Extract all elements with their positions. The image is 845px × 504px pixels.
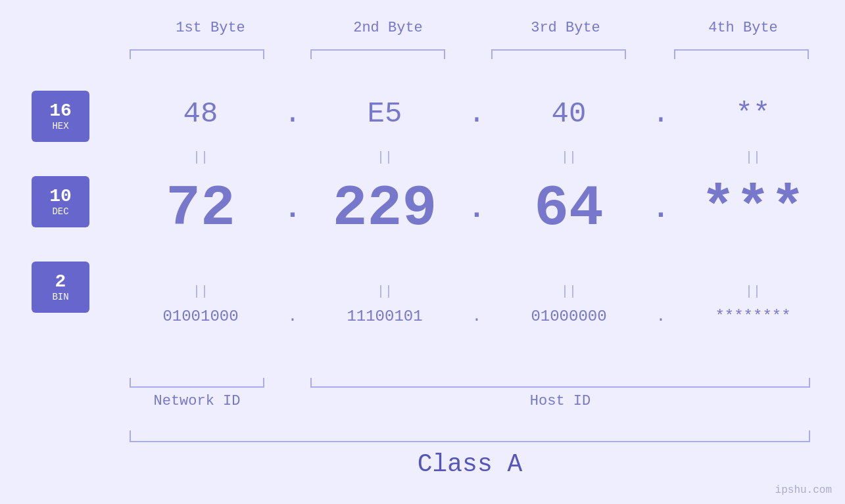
base-labels: 16 HEX 10 DEC 2 BIN <box>32 91 89 313</box>
byte-header-1: 1st Byte <box>122 20 299 36</box>
equals-row-1: || || || || <box>122 150 832 165</box>
hex-data-row: 48 . E5 . 40 . ** <box>122 97 832 130</box>
host-id-label: Host ID <box>310 393 810 409</box>
eq1-b4: || <box>674 150 832 165</box>
byte-header-4: 4th Byte <box>654 20 832 36</box>
base-dec: 10 DEC <box>32 176 89 227</box>
hex-b1: 48 <box>122 97 279 130</box>
eq2-b2: || <box>306 284 464 299</box>
bracket-top-4 <box>674 49 809 62</box>
eq2-b3: || <box>490 284 648 299</box>
bin-b1: 01001000 <box>122 308 279 325</box>
bracket-bottom-host <box>310 378 810 388</box>
dec-b2: 229 <box>306 176 464 241</box>
hex-dot-2: . <box>464 97 490 130</box>
bin-name: BIN <box>52 292 68 302</box>
byte-header-2: 2nd Byte <box>299 20 477 36</box>
dec-dot-3: . <box>648 193 674 225</box>
dec-b4: *** <box>674 176 832 241</box>
dec-dot-2: . <box>464 193 490 225</box>
class-label: Class A <box>130 450 810 478</box>
eq1-b3: || <box>490 150 648 165</box>
hex-dot-1: . <box>279 97 306 130</box>
dec-num: 10 <box>49 187 72 207</box>
bin-b4: ******** <box>674 308 832 325</box>
bin-dot-2: . <box>464 308 490 325</box>
eq1-b1: || <box>122 150 279 165</box>
base-bin: 2 BIN <box>32 262 89 313</box>
bracket-top-1 <box>130 49 264 62</box>
hex-name: HEX <box>52 121 68 131</box>
dec-b3: 64 <box>490 176 648 241</box>
equals-row-2: || || || || <box>122 284 832 299</box>
hex-num: 16 <box>49 101 72 122</box>
dec-data-row: 72 . 229 . 64 . *** <box>122 176 832 241</box>
main-container: 1st Byte 2nd Byte 3rd Byte 4th Byte 16 H… <box>0 0 845 504</box>
bin-b3: 01000000 <box>490 308 648 325</box>
byte-headers: 1st Byte 2nd Byte 3rd Byte 4th Byte <box>122 20 832 36</box>
hex-dot-3: . <box>648 97 674 130</box>
bracket-top-3 <box>491 49 626 62</box>
eq2-b1: || <box>122 284 279 299</box>
byte-header-3: 3rd Byte <box>477 20 654 36</box>
bin-dot-3: . <box>648 308 674 325</box>
dec-name: DEC <box>52 206 68 217</box>
base-hex: 16 HEX <box>32 91 89 142</box>
watermark: ipshu.com <box>775 484 832 496</box>
bin-num: 2 <box>55 272 66 292</box>
hex-b4: ** <box>674 97 832 130</box>
dec-dot-1: . <box>279 193 306 225</box>
eq2-b4: || <box>674 284 832 299</box>
hex-b3: 40 <box>490 97 648 130</box>
bracket-bottom-network <box>130 378 264 388</box>
bracket-bottom-class <box>130 430 810 442</box>
eq1-b2: || <box>306 150 464 165</box>
dec-b1: 72 <box>122 176 279 241</box>
bracket-top-2 <box>310 49 445 62</box>
hex-b2: E5 <box>306 97 464 130</box>
network-id-label: Network ID <box>130 393 264 409</box>
bin-data-row: 01001000 . 11100101 . 01000000 . *******… <box>122 308 832 325</box>
bin-dot-1: . <box>279 308 306 325</box>
bin-b2: 11100101 <box>306 308 464 325</box>
